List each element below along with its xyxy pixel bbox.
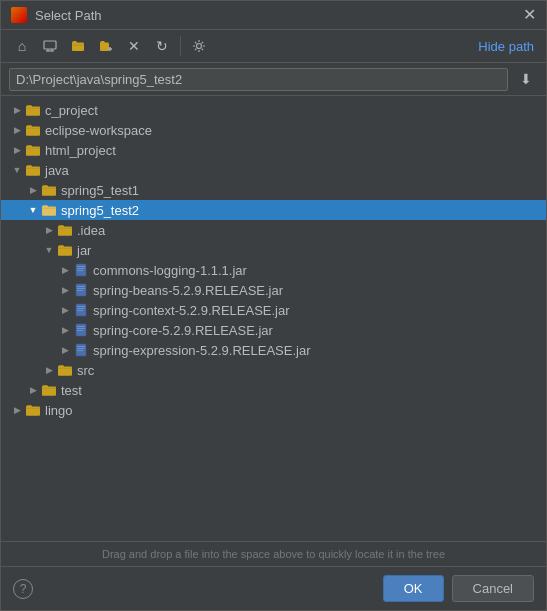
svg-rect-17 — [77, 308, 85, 309]
item-label: jar — [77, 243, 91, 258]
expand-arrow: ▶ — [57, 282, 73, 298]
item-label: spring-beans-5.2.9.RELEASE.jar — [93, 283, 283, 298]
toolbar: ⌂ ✕ ↻ — [1, 30, 546, 63]
expand-arrow: ▶ — [9, 402, 25, 418]
expand-arrow: ▶ — [9, 142, 25, 158]
folder-icon — [57, 242, 73, 258]
expand-arrow: ▼ — [25, 202, 41, 218]
footer: ? OK Cancel — [1, 566, 546, 610]
home-btn[interactable]: ⌂ — [9, 34, 35, 58]
tree-item-spring5_test1[interactable]: ▶ spring5_test1 — [1, 180, 546, 200]
ok-button[interactable]: OK — [383, 575, 444, 602]
item-label: lingo — [45, 403, 72, 418]
folder-icon — [25, 142, 41, 158]
tree-item-spring-context[interactable]: ▶ spring-context-5.2.9.RELEASE.jar — [1, 300, 546, 320]
expand-arrow: ▶ — [57, 322, 73, 338]
expand-arrow: ▼ — [41, 242, 57, 258]
tree-item-java[interactable]: ▼ java — [1, 160, 546, 180]
svg-rect-25 — [77, 348, 85, 349]
help-icon: ? — [20, 582, 27, 596]
svg-rect-22 — [77, 330, 83, 331]
title-bar: Select Path ✕ — [1, 1, 546, 30]
item-label: spring5_test2 — [61, 203, 139, 218]
expand-arrow: ▶ — [57, 342, 73, 358]
svg-point-6 — [197, 44, 202, 49]
svg-rect-14 — [77, 290, 83, 291]
tree-item-commons-logging[interactable]: ▶ commons-logging-1.1.1.jar — [1, 260, 546, 280]
item-label: spring5_test1 — [61, 183, 139, 198]
item-label: c_project — [45, 103, 98, 118]
svg-rect-16 — [77, 306, 85, 307]
file-tree[interactable]: ▶ c_project ▶ eclipse-workspace ▶ html_p… — [1, 96, 546, 541]
select-path-dialog: Select Path ✕ ⌂ ✕ ↻ — [0, 0, 547, 611]
folder-icon — [41, 202, 57, 218]
expand-arrow: ▶ — [41, 222, 57, 238]
item-label: src — [77, 363, 94, 378]
folder-open-btn[interactable] — [65, 34, 91, 58]
tree-item-src[interactable]: ▶ src — [1, 360, 546, 380]
tree-item-eclipse-workspace[interactable]: ▶ eclipse-workspace — [1, 120, 546, 140]
svg-rect-8 — [77, 266, 85, 267]
folder-icon — [57, 362, 73, 378]
svg-rect-13 — [77, 288, 85, 289]
folder-icon — [25, 122, 41, 138]
jar-icon — [73, 262, 89, 278]
tree-item-spring5_test2[interactable]: ▼ spring5_test2 — [1, 200, 546, 220]
tree-item-jar[interactable]: ▼ jar — [1, 240, 546, 260]
tree-item-c_project[interactable]: ▶ c_project — [1, 100, 546, 120]
tree-item-lingo[interactable]: ▶ lingo — [1, 400, 546, 420]
settings-btn[interactable] — [186, 34, 212, 58]
item-label: test — [61, 383, 82, 398]
folder-icon — [41, 182, 57, 198]
jar-icon — [73, 282, 89, 298]
cancel-button[interactable]: Cancel — [452, 575, 534, 602]
delete-btn[interactable]: ✕ — [121, 34, 147, 58]
item-label: commons-logging-1.1.1.jar — [93, 263, 247, 278]
folder-open-icon — [71, 40, 85, 52]
path-download-btn[interactable]: ⬇ — [514, 67, 538, 91]
path-input[interactable] — [9, 68, 508, 91]
settings-icon — [192, 39, 206, 53]
item-label: spring-expression-5.2.9.RELEASE.jar — [93, 343, 311, 358]
close-button[interactable]: ✕ — [523, 7, 536, 23]
expand-arrow: ▶ — [25, 182, 41, 198]
hide-path-button[interactable]: Hide path — [474, 37, 538, 56]
drag-hint: Drag and drop a file into the space abov… — [1, 541, 546, 566]
app-icon — [11, 7, 27, 23]
jar-icon — [73, 302, 89, 318]
svg-rect-9 — [77, 268, 85, 269]
item-label: spring-core-5.2.9.RELEASE.jar — [93, 323, 273, 338]
svg-rect-0 — [44, 41, 56, 49]
tree-item-html_project[interactable]: ▶ html_project — [1, 140, 546, 160]
tree-item-spring-beans[interactable]: ▶ spring-beans-5.2.9.RELEASE.jar — [1, 280, 546, 300]
expand-arrow: ▶ — [41, 362, 57, 378]
tree-item-spring-expression[interactable]: ▶ spring-expression-5.2.9.RELEASE.jar — [1, 340, 546, 360]
dialog-title: Select Path — [35, 8, 515, 23]
expand-arrow: ▶ — [9, 102, 25, 118]
svg-rect-18 — [77, 310, 83, 311]
folder-icon — [25, 162, 41, 178]
monitor-icon — [43, 40, 57, 52]
svg-rect-21 — [77, 328, 85, 329]
tree-item-test[interactable]: ▶ test — [1, 380, 546, 400]
expand-arrow: ▶ — [57, 302, 73, 318]
folder-icon — [25, 402, 41, 418]
folder-new-icon — [99, 40, 113, 52]
folder-new-btn[interactable] — [93, 34, 119, 58]
tree-item-spring-core[interactable]: ▶ spring-core-5.2.9.RELEASE.jar — [1, 320, 546, 340]
jar-icon — [73, 322, 89, 338]
tree-item-idea[interactable]: ▶ .idea — [1, 220, 546, 240]
svg-rect-24 — [77, 346, 85, 347]
folder-icon — [25, 102, 41, 118]
monitor-btn[interactable] — [37, 34, 63, 58]
svg-rect-12 — [77, 286, 85, 287]
item-label: .idea — [77, 223, 105, 238]
item-label: html_project — [45, 143, 116, 158]
expand-arrow: ▶ — [9, 122, 25, 138]
toolbar-separator — [180, 36, 181, 56]
svg-rect-10 — [77, 270, 83, 271]
refresh-btn[interactable]: ↻ — [149, 34, 175, 58]
folder-icon — [41, 382, 57, 398]
help-button[interactable]: ? — [13, 579, 33, 599]
svg-rect-20 — [77, 326, 85, 327]
